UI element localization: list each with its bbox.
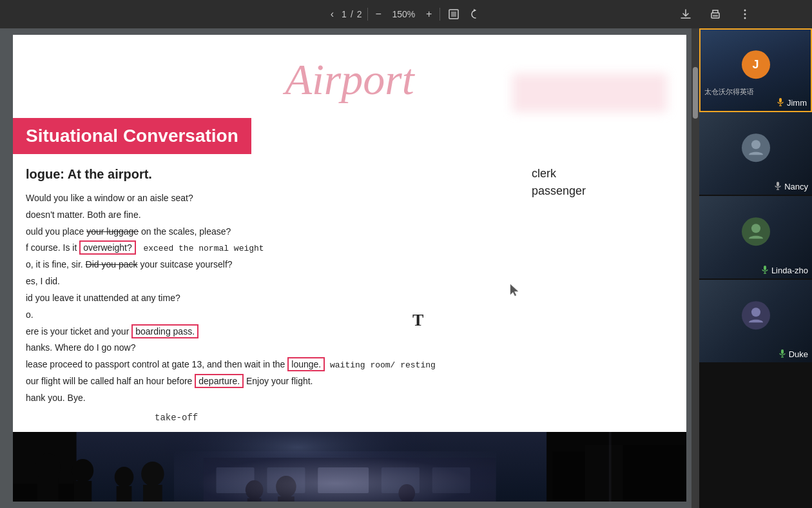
dialogue-line-13: hank you. Bye. bbox=[26, 391, 506, 406]
svg-rect-62 bbox=[764, 266, 766, 270]
main-area: Airport Situational Conversation logue: … bbox=[0, 28, 812, 508]
bright-light-area bbox=[174, 451, 496, 502]
jimmy-chinese-label: 太仓沃尔得英语 bbox=[704, 87, 754, 97]
jimmy-name: Jimm bbox=[787, 98, 807, 108]
svg-rect-54 bbox=[779, 98, 782, 103]
content-area: logue: At the airport. Would you like a … bbox=[13, 167, 686, 425]
rotate-button[interactable] bbox=[467, 6, 484, 23]
dialogue-line-3: ould you place your luggage on the scale… bbox=[26, 224, 506, 240]
pdf-scroll[interactable]: Airport Situational Conversation logue: … bbox=[0, 28, 699, 508]
pink-blur-decoration bbox=[512, 73, 667, 112]
svg-rect-66 bbox=[781, 349, 784, 354]
toolbar-right bbox=[677, 5, 754, 23]
svg-rect-46 bbox=[609, 432, 612, 502]
nancy-avatar bbox=[742, 133, 770, 162]
overweight-box: overweight? bbox=[79, 240, 136, 255]
toolbar-divider-2 bbox=[440, 8, 440, 21]
right-column: clerk passenger bbox=[532, 167, 673, 425]
duke-avatar bbox=[742, 301, 770, 329]
svg-point-11 bbox=[35, 453, 61, 482]
jimmy-avatar: J bbox=[742, 50, 770, 79]
passenger-label: passenger bbox=[532, 184, 673, 198]
download-icon bbox=[679, 8, 692, 21]
departure-box: departure. bbox=[195, 374, 244, 388]
download-button[interactable] bbox=[677, 5, 695, 23]
participant-linda[interactable]: Linda-zho bbox=[699, 196, 812, 280]
fit-page-icon bbox=[448, 8, 459, 20]
toolbar-center: ‹ 1 / 2 − 150% + bbox=[328, 6, 485, 23]
zoom-level-display: 150% bbox=[389, 9, 418, 19]
participant-nancy[interactable]: Nancy bbox=[699, 112, 812, 196]
svg-rect-3 bbox=[713, 15, 718, 17]
linda-avatar bbox=[742, 217, 770, 246]
boarding-pass-box: boarding pass. bbox=[131, 324, 198, 338]
airport-image bbox=[13, 432, 686, 502]
dialogue-line-6: es, I did. bbox=[26, 274, 506, 289]
nancy-mic-icon bbox=[774, 181, 782, 192]
total-pages: 2 bbox=[357, 9, 362, 19]
svg-rect-12 bbox=[37, 478, 59, 502]
duke-name: Duke bbox=[789, 349, 808, 359]
exceed-text: exceed the normal weight bbox=[143, 244, 264, 253]
dialogue-line-4: f course. Is it overweight? exceed the n… bbox=[26, 240, 506, 256]
right-panel: J 太仓沃尔得英语 Jimm bbox=[699, 28, 812, 508]
zoom-out-button[interactable]: − bbox=[373, 6, 384, 23]
prev-page-button[interactable]: ‹ bbox=[328, 6, 336, 23]
duke-avatar-icon bbox=[746, 306, 766, 325]
dialogue-line-11: lease proceed to passport control at gat… bbox=[26, 357, 506, 373]
linda-mic-icon bbox=[761, 265, 769, 276]
linda-label: Linda-zho bbox=[761, 265, 808, 276]
svg-point-6 bbox=[744, 17, 746, 19]
dialogue-title-text: logue: At the airport. bbox=[26, 167, 152, 181]
duke-label: Duke bbox=[778, 349, 808, 360]
svg-rect-58 bbox=[777, 182, 779, 186]
dialogue-line-5: o, it is fine, sir. Did you pack your su… bbox=[26, 257, 506, 273]
strikethrough-did: Did you pack bbox=[86, 259, 138, 269]
svg-point-57 bbox=[751, 140, 760, 149]
dialogue-title: logue: At the airport. bbox=[26, 167, 506, 182]
participant-jimmy[interactable]: J 太仓沃尔得英语 Jimm bbox=[699, 28, 812, 112]
nancy-name: Nancy bbox=[784, 182, 808, 191]
zoom-in-button[interactable]: + bbox=[423, 6, 434, 23]
svg-rect-44 bbox=[553, 451, 585, 502]
svg-point-15 bbox=[72, 459, 94, 482]
page-nav: 1 / 2 bbox=[342, 9, 362, 19]
dialogue-line-9: ere is your ticket and your boarding pas… bbox=[26, 324, 506, 340]
svg-point-19 bbox=[115, 467, 134, 487]
duke-mic-icon bbox=[778, 349, 786, 360]
svg-rect-45 bbox=[623, 445, 686, 502]
toolbar-divider-1 bbox=[367, 8, 368, 21]
participant-duke[interactable]: Duke bbox=[699, 280, 812, 364]
situation-banner-text: Situational Conversation bbox=[26, 126, 238, 146]
more-options-icon bbox=[739, 8, 751, 21]
dialogue-line-1: Would you like a window or an aisle seat… bbox=[26, 191, 506, 206]
strikethrough-luggage: your luggage bbox=[86, 226, 139, 237]
pdf-page: Airport Situational Conversation logue: … bbox=[13, 35, 686, 502]
jimmy-label: Jimm bbox=[777, 97, 807, 108]
pdf-viewer: Airport Situational Conversation logue: … bbox=[0, 28, 699, 508]
fit-page-button[interactable] bbox=[445, 6, 462, 23]
print-icon bbox=[709, 8, 722, 21]
dialogue-line-2: doesn't matter. Both are fine. bbox=[26, 208, 506, 223]
svg-rect-16 bbox=[74, 481, 92, 502]
svg-point-23 bbox=[141, 462, 164, 486]
more-options-button[interactable] bbox=[736, 5, 754, 23]
svg-point-65 bbox=[751, 308, 760, 317]
dialogue-line-10: hanks. Where do I go now? bbox=[26, 340, 506, 356]
dialogue-line-8: o. bbox=[26, 308, 506, 323]
page-sep: / bbox=[351, 9, 353, 19]
linda-name: Linda-zho bbox=[771, 266, 808, 275]
pdf-toolbar: ‹ 1 / 2 − 150% + bbox=[0, 0, 812, 28]
rotate-icon bbox=[470, 8, 481, 20]
waiting-room-text: waiting room/ resting bbox=[330, 360, 436, 370]
svg-rect-20 bbox=[117, 486, 132, 502]
left-column: logue: At the airport. Would you like a … bbox=[26, 167, 506, 425]
print-button[interactable] bbox=[706, 5, 724, 23]
svg-point-61 bbox=[751, 224, 760, 233]
pdf-scrollbar[interactable] bbox=[691, 28, 699, 508]
svg-rect-1 bbox=[451, 12, 456, 17]
clerk-label: clerk bbox=[532, 167, 673, 181]
situation-banner: Situational Conversation bbox=[13, 118, 251, 154]
nancy-label: Nancy bbox=[774, 181, 808, 192]
pdf-scrollbar-thumb[interactable] bbox=[693, 67, 698, 119]
